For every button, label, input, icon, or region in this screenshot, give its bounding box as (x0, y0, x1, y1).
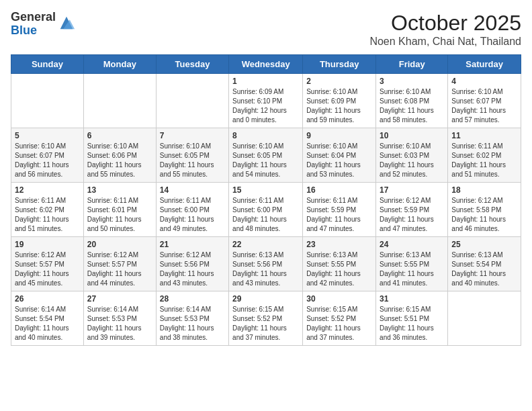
calendar-week-row: 26Sunrise: 6:14 AM Sunset: 5:54 PM Dayli… (11, 291, 521, 346)
calendar-cell (448, 291, 521, 346)
calendar-cell: 7Sunrise: 6:10 AM Sunset: 6:05 PM Daylig… (156, 128, 228, 183)
calendar-week-row: 5Sunrise: 6:10 AM Sunset: 6:07 PM Daylig… (11, 128, 521, 183)
weekday-header-row: SundayMondayTuesdayWednesdayThursdayFrid… (11, 55, 521, 74)
day-number: 4 (451, 77, 517, 86)
calendar-table: SundayMondayTuesdayWednesdayThursdayFrid… (11, 54, 521, 346)
calendar-cell (156, 74, 228, 128)
day-info: Sunrise: 6:12 AM Sunset: 5:57 PM Dayligh… (87, 250, 152, 288)
weekday-header-tuesday: Tuesday (156, 55, 228, 74)
calendar-cell: 12Sunrise: 6:11 AM Sunset: 6:02 PM Dayli… (11, 183, 84, 237)
calendar-cell (11, 74, 84, 128)
day-info: Sunrise: 6:11 AM Sunset: 6:00 PM Dayligh… (160, 196, 225, 234)
calendar-cell: 27Sunrise: 6:14 AM Sunset: 5:53 PM Dayli… (83, 291, 156, 346)
calendar-cell: 14Sunrise: 6:11 AM Sunset: 6:00 PM Dayli… (156, 183, 228, 237)
day-info: Sunrise: 6:15 AM Sunset: 5:52 PM Dayligh… (306, 305, 372, 342)
day-number: 25 (451, 240, 517, 249)
day-number: 20 (87, 240, 152, 249)
day-number: 14 (160, 185, 225, 195)
day-number: 12 (15, 185, 80, 195)
day-number: 11 (451, 131, 517, 140)
day-info: Sunrise: 6:10 AM Sunset: 6:08 PM Dayligh… (380, 87, 444, 125)
calendar-cell: 29Sunrise: 6:15 AM Sunset: 5:52 PM Dayli… (229, 291, 303, 346)
calendar-cell: 9Sunrise: 6:10 AM Sunset: 6:04 PM Daylig… (303, 128, 376, 183)
calendar-cell: 21Sunrise: 6:12 AM Sunset: 5:56 PM Dayli… (156, 237, 228, 291)
day-info: Sunrise: 6:11 AM Sunset: 6:01 PM Dayligh… (87, 196, 152, 234)
day-info: Sunrise: 6:15 AM Sunset: 5:52 PM Dayligh… (232, 305, 299, 342)
day-number: 19 (15, 240, 80, 249)
calendar-cell: 10Sunrise: 6:10 AM Sunset: 6:03 PM Dayli… (376, 128, 448, 183)
logo-icon (57, 13, 76, 32)
weekday-header-wednesday: Wednesday (229, 55, 303, 74)
logo-general: General (11, 11, 56, 24)
calendar-cell: 22Sunrise: 6:13 AM Sunset: 5:56 PM Dayli… (229, 237, 303, 291)
day-info: Sunrise: 6:14 AM Sunset: 5:53 PM Dayligh… (160, 305, 225, 342)
day-number: 31 (380, 294, 444, 304)
day-info: Sunrise: 6:11 AM Sunset: 6:02 PM Dayligh… (451, 142, 517, 179)
calendar-cell: 23Sunrise: 6:13 AM Sunset: 5:55 PM Dayli… (303, 237, 376, 291)
day-number: 5 (15, 131, 80, 140)
calendar-cell: 3Sunrise: 6:10 AM Sunset: 6:08 PM Daylig… (376, 74, 448, 128)
weekday-header-friday: Friday (376, 55, 448, 74)
day-number: 1 (232, 77, 299, 86)
calendar-cell: 6Sunrise: 6:10 AM Sunset: 6:06 PM Daylig… (83, 128, 156, 183)
calendar-cell: 28Sunrise: 6:14 AM Sunset: 5:53 PM Dayli… (156, 291, 228, 346)
day-info: Sunrise: 6:09 AM Sunset: 6:10 PM Dayligh… (232, 87, 299, 125)
day-number: 3 (380, 77, 444, 86)
calendar-cell: 5Sunrise: 6:10 AM Sunset: 6:07 PM Daylig… (11, 128, 84, 183)
day-info: Sunrise: 6:14 AM Sunset: 5:54 PM Dayligh… (15, 305, 80, 342)
day-info: Sunrise: 6:10 AM Sunset: 6:03 PM Dayligh… (380, 142, 444, 179)
calendar-cell: 16Sunrise: 6:11 AM Sunset: 5:59 PM Dayli… (303, 183, 376, 237)
calendar-cell: 4Sunrise: 6:10 AM Sunset: 6:07 PM Daylig… (448, 74, 521, 128)
day-number: 21 (160, 240, 225, 249)
calendar-cell: 1Sunrise: 6:09 AM Sunset: 6:10 PM Daylig… (229, 74, 303, 128)
day-info: Sunrise: 6:13 AM Sunset: 5:56 PM Dayligh… (232, 250, 299, 288)
calendar-cell: 20Sunrise: 6:12 AM Sunset: 5:57 PM Dayli… (83, 237, 156, 291)
day-info: Sunrise: 6:12 AM Sunset: 5:59 PM Dayligh… (380, 196, 444, 234)
calendar-cell: 8Sunrise: 6:10 AM Sunset: 6:05 PM Daylig… (229, 128, 303, 183)
day-info: Sunrise: 6:10 AM Sunset: 6:05 PM Dayligh… (160, 142, 225, 179)
calendar-cell: 26Sunrise: 6:14 AM Sunset: 5:54 PM Dayli… (11, 291, 84, 346)
title-section: October 2025 Noen Kham, Chai Nat, Thaila… (369, 11, 521, 48)
calendar-cell: 25Sunrise: 6:13 AM Sunset: 5:54 PM Dayli… (448, 237, 521, 291)
day-info: Sunrise: 6:11 AM Sunset: 5:59 PM Dayligh… (306, 196, 372, 234)
day-info: Sunrise: 6:10 AM Sunset: 6:07 PM Dayligh… (15, 142, 80, 179)
day-number: 2 (306, 77, 372, 86)
day-number: 13 (87, 185, 152, 195)
day-number: 24 (380, 240, 444, 249)
day-number: 15 (232, 185, 299, 195)
location-title: Noen Kham, Chai Nat, Thailand (369, 36, 521, 48)
day-number: 10 (380, 131, 444, 140)
day-info: Sunrise: 6:10 AM Sunset: 6:04 PM Dayligh… (306, 142, 372, 179)
calendar-cell: 15Sunrise: 6:11 AM Sunset: 6:00 PM Dayli… (229, 183, 303, 237)
day-number: 29 (232, 294, 299, 304)
day-number: 16 (306, 185, 372, 195)
calendar-week-row: 1Sunrise: 6:09 AM Sunset: 6:10 PM Daylig… (11, 74, 521, 128)
calendar-cell: 30Sunrise: 6:15 AM Sunset: 5:52 PM Dayli… (303, 291, 376, 346)
day-info: Sunrise: 6:13 AM Sunset: 5:54 PM Dayligh… (451, 250, 517, 288)
weekday-header-thursday: Thursday (303, 55, 376, 74)
logo-blue: Blue (11, 24, 56, 38)
logo: General Blue (11, 11, 76, 38)
day-number: 30 (306, 294, 372, 304)
calendar-cell: 24Sunrise: 6:13 AM Sunset: 5:55 PM Dayli… (376, 237, 448, 291)
weekday-header-monday: Monday (83, 55, 156, 74)
day-number: 23 (306, 240, 372, 249)
month-title: October 2025 (369, 11, 521, 36)
day-number: 28 (160, 294, 225, 304)
page-header: General Blue October 2025 Noen Kham, Cha… (11, 11, 521, 48)
weekday-header-saturday: Saturday (448, 55, 521, 74)
day-number: 27 (87, 294, 152, 304)
day-number: 17 (380, 185, 444, 195)
day-number: 6 (87, 131, 152, 140)
day-number: 8 (232, 131, 299, 140)
day-info: Sunrise: 6:10 AM Sunset: 6:05 PM Dayligh… (232, 142, 299, 179)
day-info: Sunrise: 6:10 AM Sunset: 6:06 PM Dayligh… (87, 142, 152, 179)
day-info: Sunrise: 6:12 AM Sunset: 5:58 PM Dayligh… (451, 196, 517, 234)
day-info: Sunrise: 6:12 AM Sunset: 5:56 PM Dayligh… (160, 250, 225, 288)
calendar-cell: 17Sunrise: 6:12 AM Sunset: 5:59 PM Dayli… (376, 183, 448, 237)
day-number: 22 (232, 240, 299, 249)
day-info: Sunrise: 6:10 AM Sunset: 6:07 PM Dayligh… (451, 87, 517, 125)
day-info: Sunrise: 6:13 AM Sunset: 5:55 PM Dayligh… (306, 250, 372, 288)
calendar-week-row: 19Sunrise: 6:12 AM Sunset: 5:57 PM Dayli… (11, 237, 521, 291)
calendar-week-row: 12Sunrise: 6:11 AM Sunset: 6:02 PM Dayli… (11, 183, 521, 237)
